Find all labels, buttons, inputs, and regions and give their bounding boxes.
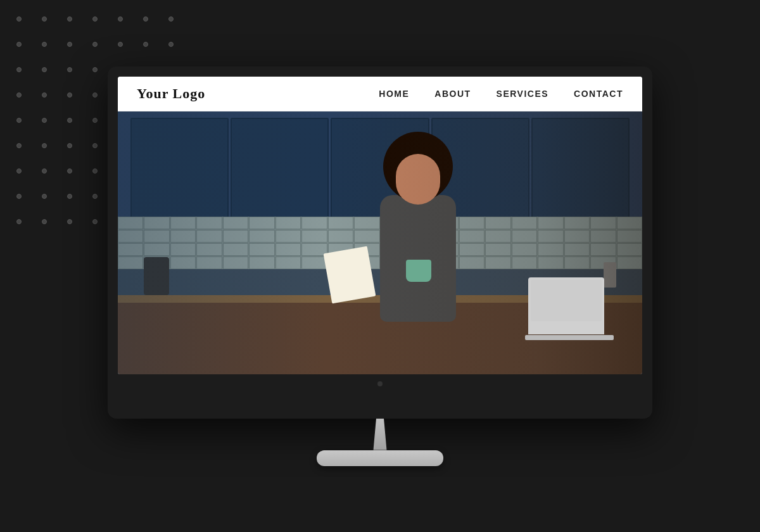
- cabinet-1: [130, 118, 229, 230]
- nav-link-services[interactable]: SERVICES: [497, 89, 549, 99]
- person-body: [380, 195, 456, 322]
- logo: Your Logo: [137, 86, 205, 102]
- dot-grid-item: [6, 6, 32, 32]
- dot-grid-item: [6, 133, 32, 158]
- dot-grid-item: [108, 6, 133, 32]
- dot-grid-item: [6, 184, 32, 209]
- nav-item-home[interactable]: HOME: [379, 88, 409, 99]
- dot-grid-item: [6, 57, 32, 82]
- dot-grid-item: [158, 6, 184, 32]
- cabinet-5: [531, 118, 630, 230]
- nav-link-contact[interactable]: CONTACT: [574, 89, 623, 99]
- dot-grid-item: [32, 6, 57, 32]
- dot-grid-item: [32, 158, 57, 184]
- person-figure: [355, 132, 481, 334]
- nav-item-about[interactable]: ABOUT: [434, 88, 471, 99]
- dot-grid-item: [6, 108, 32, 133]
- stand-neck: [370, 419, 390, 450]
- dot-grid-item: [57, 108, 82, 133]
- dot-grid-item: [57, 158, 82, 184]
- dot-grid-item: [32, 108, 57, 133]
- hero-scene: [118, 111, 642, 374]
- dot-grid-item: [6, 82, 32, 108]
- laptop-screen: [528, 277, 604, 334]
- dot-grid-item: [57, 184, 82, 209]
- kitchen-appliance: [144, 257, 169, 295]
- monitor: Your Logo HOME ABOUT SERVICES CONTACT: [108, 66, 652, 466]
- dot-grid-item: [57, 209, 82, 234]
- dot-grid-item: [82, 209, 108, 234]
- dot-grid-item: [32, 82, 57, 108]
- dot-grid-item: [57, 32, 82, 57]
- monitor-stand: [317, 419, 443, 466]
- dot-grid-item: [32, 209, 57, 234]
- dot-grid-item: [82, 108, 108, 133]
- laptop-display: [531, 280, 602, 321]
- laptop-base: [525, 335, 614, 340]
- dot-grid-item: [6, 32, 32, 57]
- dot-grid-item: [57, 133, 82, 158]
- dot-grid-item: [82, 184, 108, 209]
- dot-grid-item: [82, 82, 108, 108]
- dot-grid-item: [32, 57, 57, 82]
- monitor-chin: [118, 374, 642, 393]
- stand-base: [317, 450, 443, 466]
- dot-grid-item: [32, 133, 57, 158]
- cabinet-2: [231, 118, 329, 230]
- dot-grid-item: [133, 6, 158, 32]
- dot-grid-item: [57, 57, 82, 82]
- nav-item-contact[interactable]: CONTACT: [574, 88, 623, 99]
- dot-grid-item: [82, 6, 108, 32]
- monitor-camera: [377, 381, 383, 386]
- dot-grid-item: [6, 209, 32, 234]
- dot-grid-item: [82, 133, 108, 158]
- person-face: [396, 154, 440, 205]
- dot-grid-item: [82, 158, 108, 184]
- hero-image: [118, 111, 642, 374]
- navigation-bar: Your Logo HOME ABOUT SERVICES CONTACT: [118, 77, 642, 111]
- nav-item-services[interactable]: SERVICES: [497, 88, 549, 99]
- nav-link-home[interactable]: HOME: [379, 89, 409, 99]
- paper-document: [324, 246, 376, 304]
- dot-grid-item: [32, 32, 57, 57]
- dot-grid-item: [57, 82, 82, 108]
- dot-grid-item: [108, 32, 133, 57]
- nav-link-about[interactable]: ABOUT: [434, 89, 471, 99]
- nav-links: HOME ABOUT SERVICES CONTACT: [379, 88, 623, 99]
- shelf-item: [604, 262, 616, 288]
- dot-grid-item: [6, 158, 32, 184]
- dot-grid-item: [82, 57, 108, 82]
- dot-grid-item: [32, 184, 57, 209]
- monitor-bezel: Your Logo HOME ABOUT SERVICES CONTACT: [108, 66, 652, 419]
- monitor-screen: Your Logo HOME ABOUT SERVICES CONTACT: [118, 77, 642, 374]
- dot-grid-item: [82, 32, 108, 57]
- dot-grid-item: [57, 6, 82, 32]
- dot-grid-item: [158, 32, 184, 57]
- coffee-mug: [406, 260, 431, 282]
- dot-grid-item: [133, 32, 158, 57]
